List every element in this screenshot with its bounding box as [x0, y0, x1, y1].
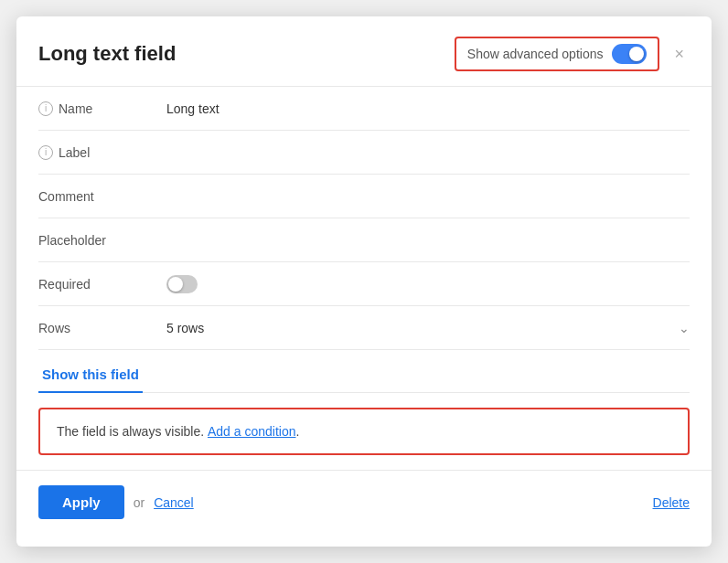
dialog-title: Long text field — [38, 42, 176, 66]
long-text-field-dialog: Long text field Show advanced options × … — [16, 16, 712, 547]
comment-input[interactable] — [166, 178, 690, 215]
placeholder-label: Placeholder — [38, 233, 106, 248]
name-label: Name — [59, 101, 92, 116]
cancel-button[interactable]: Cancel — [154, 495, 194, 510]
delete-button[interactable]: Delete — [653, 495, 690, 510]
placeholder-label-col: Placeholder — [38, 233, 166, 248]
tab-bar: Show this field — [38, 359, 690, 393]
advanced-options-toggle[interactable] — [612, 44, 647, 64]
dialog-body: i Name i Label Comment Placeholder — [16, 87, 712, 455]
required-label-col: Required — [38, 277, 166, 292]
condition-period: . — [295, 424, 299, 439]
rows-field-row: Rows 5 rows ⌄ — [38, 306, 690, 350]
close-button[interactable]: × — [669, 44, 690, 64]
rows-value-wrapper[interactable]: 5 rows ⌄ — [166, 321, 690, 335]
comment-label: Comment — [38, 189, 94, 204]
comment-label-col: Comment — [38, 189, 166, 204]
name-input[interactable] — [166, 90, 690, 127]
dialog-header: Long text field Show advanced options × — [16, 16, 712, 87]
show-this-field-section: Show this field The field is always visi… — [38, 350, 690, 455]
label-label: Label — [59, 145, 90, 160]
dialog-footer: Apply or Cancel Delete — [16, 470, 712, 539]
placeholder-input[interactable] — [166, 222, 690, 259]
label-label-col: i Label — [38, 145, 166, 160]
required-toggle-thumb — [168, 277, 183, 292]
condition-text-before: The field is always visible. — [57, 424, 204, 439]
rows-label: Rows — [38, 321, 166, 335]
label-field-row: i Label — [38, 131, 690, 175]
condition-box: The field is always visible. Add a condi… — [38, 408, 690, 455]
header-right: Show advanced options × — [455, 37, 690, 71]
name-label-col: i Name — [38, 101, 166, 116]
add-condition-button[interactable]: Add a condition — [208, 424, 296, 439]
label-info-icon[interactable]: i — [38, 145, 53, 160]
rows-chevron-icon: ⌄ — [679, 321, 690, 335]
required-field-row: Required — [38, 262, 690, 306]
comment-field-row: Comment — [38, 175, 690, 218]
rows-value: 5 rows — [166, 321, 204, 335]
or-label: or — [134, 495, 145, 510]
label-input[interactable] — [166, 134, 690, 171]
name-info-icon[interactable]: i — [38, 101, 53, 116]
apply-button[interactable]: Apply — [38, 485, 124, 519]
placeholder-field-row: Placeholder — [38, 218, 690, 262]
advanced-options-label: Show advanced options — [467, 47, 604, 61]
required-toggle[interactable] — [166, 275, 198, 293]
advanced-options-box: Show advanced options — [455, 37, 660, 71]
required-label: Required — [38, 277, 91, 292]
name-field-row: i Name — [38, 87, 690, 131]
show-this-field-tab[interactable]: Show this field — [38, 359, 143, 393]
